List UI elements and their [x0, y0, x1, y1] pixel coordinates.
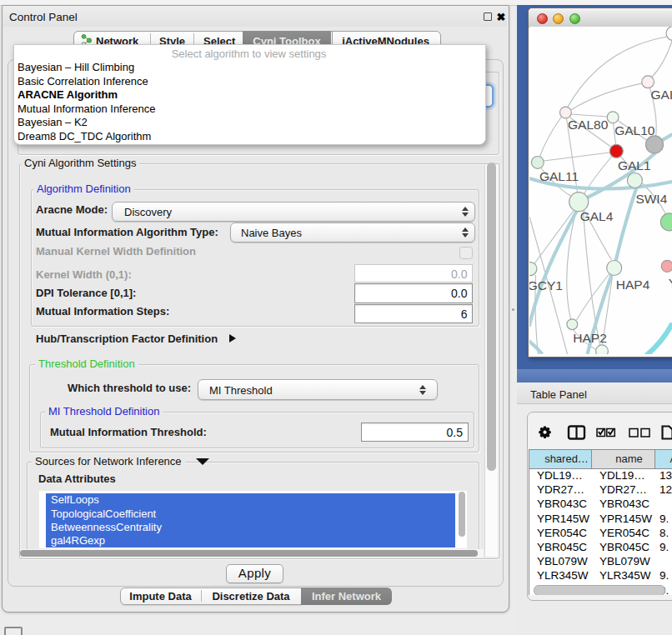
svg-text:SWI4: SWI4 [635, 192, 667, 206]
svg-text:GAL11: GAL11 [539, 169, 578, 183]
svg-text:HAP2: HAP2 [573, 331, 607, 345]
svg-text:GCY1: GCY1 [529, 278, 563, 292]
svg-text:Y: Y [668, 276, 672, 290]
svg-text:GAL7: GAL7 [650, 88, 672, 102]
svg-text:GAL10: GAL10 [614, 123, 655, 138]
svg-text:GAL1: GAL1 [617, 158, 650, 172]
svg-text:GAL4: GAL4 [579, 209, 613, 223]
svg-text:GAL80: GAL80 [568, 118, 609, 132]
svg-text:HAP4: HAP4 [615, 278, 649, 292]
